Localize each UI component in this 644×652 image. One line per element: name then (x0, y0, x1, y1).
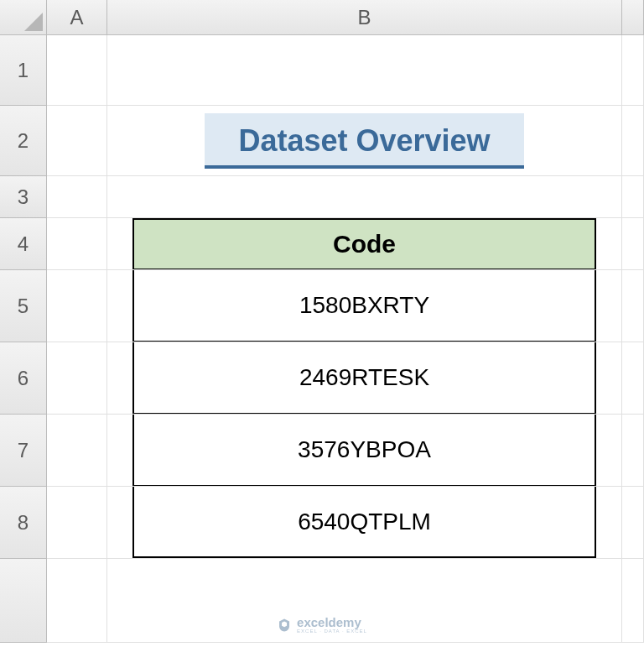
cell-a3[interactable] (47, 176, 107, 218)
cell-a2[interactable] (47, 106, 107, 176)
table-header: Code (132, 218, 596, 269)
watermark: exceldemy EXCEL · DATA · EXCEL (277, 616, 367, 634)
cell-b1[interactable] (107, 35, 622, 106)
cell-b4[interactable]: Code (107, 218, 622, 270)
column-header-a[interactable]: A (47, 0, 107, 35)
column-header-next[interactable] (622, 0, 644, 35)
cell-a1[interactable] (47, 35, 107, 106)
cell-c6[interactable] (622, 342, 644, 415)
watermark-sub: EXCEL · DATA · EXCEL (297, 629, 367, 634)
cell-b6[interactable]: 2469RTESK (107, 342, 622, 415)
logo-icon (277, 618, 292, 633)
row-header-6[interactable]: 6 (0, 342, 47, 415)
select-all-corner[interactable] (0, 0, 47, 35)
row-header-8[interactable]: 8 (0, 487, 47, 559)
column-header-b[interactable]: B (107, 0, 622, 35)
row-header-9[interactable] (0, 559, 47, 643)
row-header-3[interactable]: 3 (0, 176, 47, 218)
cell-a8[interactable] (47, 487, 107, 559)
cell-a5[interactable] (47, 270, 107, 342)
cell-c3[interactable] (622, 176, 644, 218)
cell-c2[interactable] (622, 106, 644, 176)
table-row: 3576YBPOA (132, 415, 596, 486)
cell-a6[interactable] (47, 342, 107, 415)
table-row: 6540QTPLM (132, 487, 596, 558)
row-header-5[interactable]: 5 (0, 270, 47, 342)
watermark-main: exceldemy (297, 616, 367, 629)
cell-b5[interactable]: 1580BXRTY (107, 270, 622, 342)
cell-a4[interactable] (47, 218, 107, 270)
cell-b2[interactable]: Dataset Overview (107, 106, 622, 176)
row-header-1[interactable]: 1 (0, 35, 47, 106)
row-header-4[interactable]: 4 (0, 218, 47, 270)
cell-b8[interactable]: 6540QTPLM (107, 487, 622, 559)
spreadsheet-grid: A B 1 2 Dataset Overview 3 4 Code 5 1580… (0, 0, 644, 643)
cell-c9[interactable] (622, 559, 644, 643)
row-header-2[interactable]: 2 (0, 106, 47, 176)
cell-c8[interactable] (622, 487, 644, 559)
cell-c1[interactable] (622, 35, 644, 106)
cell-c5[interactable] (622, 270, 644, 342)
cell-c7[interactable] (622, 415, 644, 487)
cell-b7[interactable]: 3576YBPOA (107, 415, 622, 487)
page-title: Dataset Overview (205, 113, 523, 169)
cell-c4[interactable] (622, 218, 644, 270)
table-row: 2469RTESK (132, 342, 596, 414)
table-row: 1580BXRTY (132, 270, 596, 342)
cell-a9[interactable] (47, 559, 107, 643)
cell-b3[interactable] (107, 176, 622, 218)
row-header-7[interactable]: 7 (0, 415, 47, 487)
cell-a7[interactable] (47, 415, 107, 487)
